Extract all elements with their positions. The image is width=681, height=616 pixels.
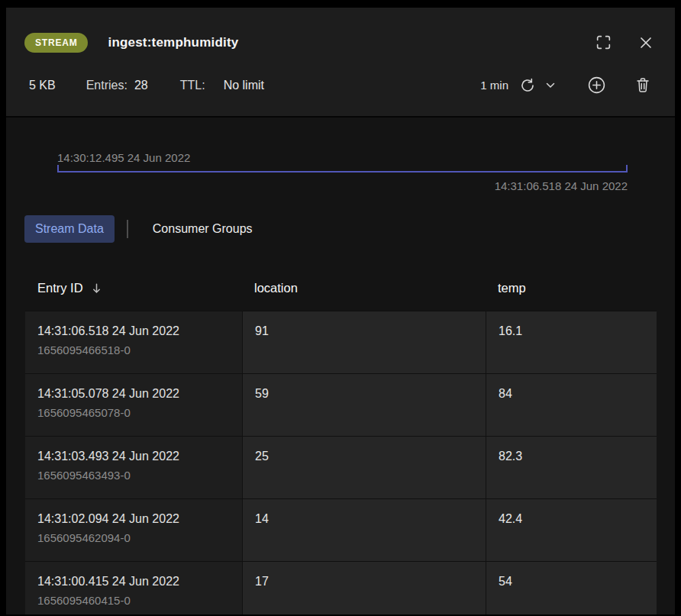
location-value-cell: 17 (242, 561, 486, 614)
entry-timestamp: 14:31:03.493 24 Jun 2022 (37, 447, 230, 466)
timeline-end-label: 14:31:06.518 24 Jun 2022 (57, 179, 628, 192)
delete-key-button[interactable] (634, 75, 652, 95)
trash-icon (635, 76, 650, 94)
location-value-cell: 14 (242, 498, 486, 561)
key-type-badge: STREAM (24, 33, 88, 53)
refresh-dropdown-button[interactable] (544, 81, 557, 90)
entries-value: 28 (134, 79, 148, 92)
panel-top: STREAM ingest:temphumidity (6, 8, 675, 118)
table-row: 14:31:06.518 24 Jun 2022 1656095466518-0… (25, 311, 657, 373)
tab-separator (127, 220, 128, 238)
close-button[interactable] (637, 34, 655, 52)
entry-id-cell: 14:31:02.094 24 Jun 2022 1656095462094-0 (25, 498, 242, 561)
refresh-button[interactable] (518, 76, 537, 95)
stream-key-details-panel: STREAM ingest:temphumidity (6, 8, 675, 614)
temp-value-cell: 42.4 (486, 498, 657, 561)
temp-value-cell: 82.3 (486, 436, 657, 498)
tab-stream-data[interactable]: Stream Data (24, 215, 115, 243)
entry-id: 1656095460415-0 (37, 593, 230, 608)
location-value-cell: 91 (242, 311, 486, 373)
key-name-title: ingest:temphumidity (108, 35, 238, 50)
tab-consumer-groups[interactable]: Consumer Groups (142, 215, 263, 243)
location-value-cell: 59 (242, 373, 486, 436)
ttl-value[interactable]: No limit (224, 79, 264, 92)
stream-view-tabs: Stream Data Consumer Groups (24, 215, 675, 243)
temp-value-cell: 54 (486, 561, 657, 614)
refresh-interval-label: 1 min (480, 79, 508, 92)
location-value-cell: 25 (242, 436, 486, 498)
refresh-icon (519, 77, 536, 94)
chevron-down-icon (546, 82, 555, 89)
key-meta-row: 5 KB Entries: 28 TTL: No limit 1 min (24, 53, 655, 116)
temp-value-cell: 84 (486, 373, 657, 436)
entry-timestamp: 14:31:05.078 24 Jun 2022 (37, 385, 230, 403)
entry-id-cell: 14:31:06.518 24 Jun 2022 1656095466518-0 (25, 311, 242, 373)
entries-label: Entries: (86, 79, 127, 92)
timeline-range-track[interactable] (57, 171, 628, 173)
table-header-row: Entry ID location temp (25, 266, 657, 311)
fullscreen-button[interactable] (593, 32, 614, 53)
table-row: 14:31:02.094 24 Jun 2022 1656095462094-0… (25, 498, 657, 561)
temp-value-cell: 16.1 (486, 311, 657, 373)
add-entry-button[interactable] (586, 74, 608, 96)
timeline-start-label: 14:30:12.495 24 Jun 2022 (57, 151, 628, 164)
entry-id-cell: 14:31:05.078 24 Jun 2022 1656095465078-0 (25, 373, 242, 436)
entry-timestamp: 14:31:06.518 24 Jun 2022 (37, 322, 230, 340)
entry-id: 1656095466518-0 (37, 343, 230, 358)
entry-id: 1656095463493-0 (37, 468, 230, 483)
ttl-label: TTL: (180, 79, 205, 92)
close-icon (638, 35, 654, 50)
auto-refresh-control: 1 min (480, 76, 557, 95)
header-actions (593, 32, 655, 53)
stream-entries-table: Entry ID location temp 14:31:06.518 24 J… (25, 266, 657, 614)
stream-timeline: 14:30:12.495 24 Jun 2022 14:31:06.518 24… (57, 151, 628, 192)
key-toolbar-actions: 1 min (480, 74, 652, 96)
sort-desc-icon[interactable] (91, 282, 102, 294)
entries-count: Entries: 28 (86, 79, 148, 92)
entry-id: 1656095465078-0 (37, 405, 230, 421)
table-row: 14:31:03.493 24 Jun 2022 1656095463493-0… (25, 436, 657, 498)
table-row: 14:31:00.415 24 Jun 2022 1656095460415-0… (25, 561, 657, 614)
stream-body: 14:30:12.495 24 Jun 2022 14:31:06.518 24… (6, 118, 675, 614)
entry-id-cell: 14:31:03.493 24 Jun 2022 1656095463493-0 (25, 436, 242, 498)
plus-circle-icon (587, 76, 606, 95)
ttl-info: TTL: No limit (180, 79, 264, 92)
entry-timestamp: 14:31:00.415 24 Jun 2022 (37, 572, 230, 591)
column-header-temp: temp (486, 266, 657, 311)
entry-id-column-label: Entry ID (37, 281, 83, 295)
entry-id: 1656095462094-0 (37, 531, 230, 546)
column-header-location: location (242, 266, 486, 311)
column-header-entry-id[interactable]: Entry ID (25, 266, 242, 311)
key-size: 5 KB (29, 79, 56, 92)
entry-timestamp: 14:31:02.094 24 Jun 2022 (37, 510, 230, 528)
entry-id-cell: 14:31:00.415 24 Jun 2022 1656095460415-0 (25, 561, 242, 614)
fullscreen-icon (595, 34, 612, 51)
key-header: STREAM ingest:temphumidity (24, 8, 655, 53)
table-row: 14:31:05.078 24 Jun 2022 1656095465078-0… (25, 373, 657, 436)
